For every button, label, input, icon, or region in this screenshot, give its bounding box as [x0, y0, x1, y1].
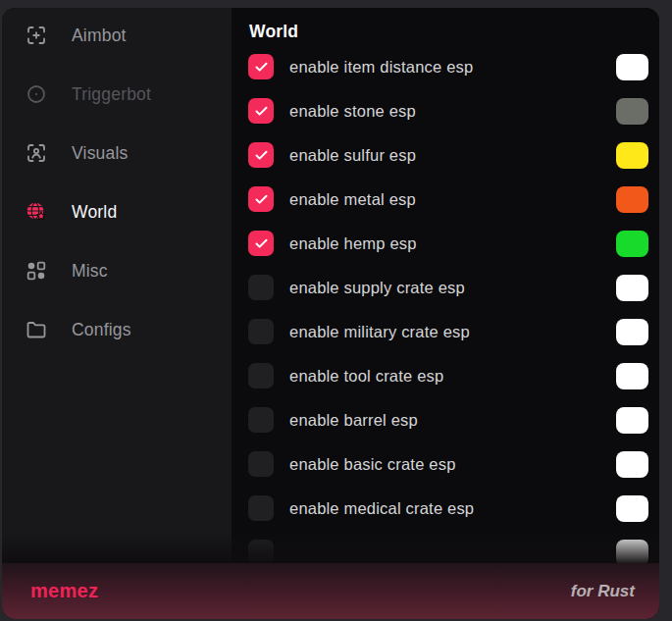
- brand-text: memez: [30, 580, 98, 602]
- esp-row-label: enable barrel esp: [289, 411, 616, 430]
- color-swatch[interactable]: [616, 142, 648, 169]
- sidebar-item-misc[interactable]: Misc: [2, 251, 232, 290]
- checkbox-enable-basic-crate-esp[interactable]: [248, 451, 274, 477]
- esp-row: enable stone esp: [248, 98, 648, 124]
- misc-grid-icon: [25, 259, 48, 283]
- color-swatch[interactable]: [616, 407, 648, 434]
- check-icon: [254, 148, 269, 163]
- checkbox-row[interactable]: [248, 540, 274, 565]
- color-swatch[interactable]: [616, 451, 648, 478]
- checkbox-enable-supply-crate-esp[interactable]: [248, 275, 274, 300]
- checkbox-enable-medical-crate-esp[interactable]: [248, 495, 274, 521]
- color-swatch[interactable]: [616, 495, 648, 522]
- esp-row-label: enable tool crate esp: [289, 367, 616, 386]
- sidebar-item-label: Triggerbot: [72, 84, 151, 105]
- checkbox-enable-barrel-esp[interactable]: [248, 407, 274, 433]
- esp-row: enable supply crate esp: [248, 275, 648, 300]
- esp-row-label: enable medical crate esp: [289, 499, 616, 518]
- visuals-user-scan-icon: [25, 141, 48, 165]
- checkbox-enable-tool-crate-esp[interactable]: [248, 363, 274, 388]
- triggerbot-disc-icon: [25, 82, 48, 106]
- panel-title: World: [249, 21, 648, 42]
- esp-row-label: enable stone esp: [289, 102, 616, 121]
- checkbox-enable-hemp-esp[interactable]: [248, 231, 274, 256]
- sidebar-item-triggerbot[interactable]: Triggerbot: [2, 75, 232, 114]
- esp-row: [248, 540, 648, 565]
- footer: memez for Rust: [2, 563, 659, 619]
- sidebar-item-visuals[interactable]: Visuals: [2, 133, 232, 173]
- sidebar-item-world[interactable]: World: [2, 192, 232, 232]
- esp-row: enable hemp esp: [248, 231, 648, 256]
- esp-row-label: enable metal esp: [289, 190, 616, 209]
- esp-row: enable military crate esp: [248, 319, 648, 344]
- esp-row: enable medical crate esp: [248, 495, 648, 521]
- sidebar-item-label: Visuals: [72, 143, 129, 164]
- sidebar-item-configs[interactable]: Configs: [2, 310, 232, 349]
- esp-row: enable tool crate esp: [248, 363, 648, 388]
- esp-row-list: enable item distance espenable stone esp…: [248, 54, 648, 565]
- content-panel: World enable item distance espenable sto…: [232, 8, 659, 619]
- menu-window: AimbotTriggerbotVisualsWorldMiscConfigs …: [2, 8, 659, 619]
- check-icon: [254, 192, 269, 207]
- configs-folder-icon: [25, 318, 48, 341]
- esp-row-label: enable supply crate esp: [289, 279, 616, 297]
- esp-row-label: enable military crate esp: [289, 323, 616, 341]
- esp-row: enable metal esp: [248, 186, 648, 212]
- color-swatch[interactable]: [616, 319, 648, 345]
- checkbox-enable-item-distance-esp[interactable]: [248, 54, 274, 79]
- esp-row: enable barrel esp: [248, 407, 648, 433]
- checkbox-enable-metal-esp[interactable]: [248, 186, 274, 212]
- color-swatch[interactable]: [616, 540, 648, 566]
- esp-row-label: enable sulfur esp: [289, 146, 616, 165]
- color-swatch[interactable]: [616, 231, 648, 257]
- sidebar: AimbotTriggerbotVisualsWorldMiscConfigs: [2, 8, 232, 619]
- color-swatch[interactable]: [616, 98, 648, 125]
- sidebar-item-aimbot[interactable]: Aimbot: [2, 16, 232, 55]
- sidebar-item-label: Aimbot: [72, 26, 127, 46]
- tagline-text: for Rust: [571, 582, 635, 601]
- color-swatch[interactable]: [616, 275, 648, 301]
- sidebar-item-label: World: [72, 202, 117, 223]
- esp-row-label: enable basic crate esp: [289, 455, 616, 474]
- color-swatch[interactable]: [616, 363, 648, 389]
- aimbot-crosshair-icon: [25, 24, 48, 47]
- esp-row-label: enable item distance esp: [289, 58, 616, 77]
- checkbox-enable-sulfur-esp[interactable]: [248, 142, 274, 168]
- world-globe-star-icon: [25, 200, 48, 224]
- check-icon: [254, 236, 269, 251]
- esp-row: enable item distance esp: [248, 54, 648, 79]
- checkbox-enable-stone-esp[interactable]: [248, 98, 274, 124]
- checkbox-enable-military-crate-esp[interactable]: [248, 319, 274, 344]
- sidebar-item-label: Configs: [72, 320, 131, 340]
- esp-row-label: enable hemp esp: [289, 234, 616, 253]
- color-swatch[interactable]: [616, 186, 648, 213]
- sidebar-item-label: Misc: [72, 261, 108, 282]
- esp-row: enable basic crate esp: [248, 451, 648, 477]
- check-icon: [254, 60, 269, 75]
- check-icon: [254, 104, 269, 119]
- color-swatch[interactable]: [616, 54, 648, 80]
- esp-row: enable sulfur esp: [248, 142, 648, 168]
